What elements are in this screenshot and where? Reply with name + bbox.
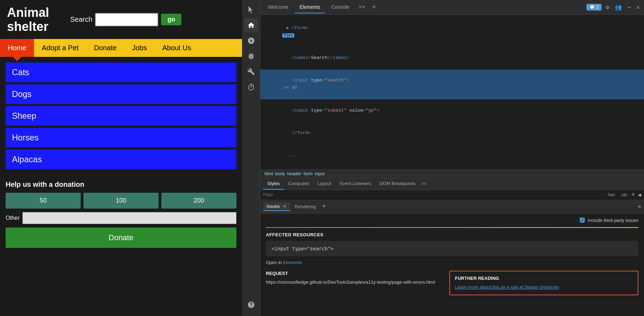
styles-tab-styles[interactable]: Styles: [263, 178, 284, 190]
tab-console[interactable]: Console: [326, 1, 354, 13]
timer-icon[interactable]: [244, 80, 258, 94]
tab-elements[interactable]: Elements: [295, 1, 325, 13]
issues-close-all-icon[interactable]: ✕: [638, 203, 641, 210]
code-snippet: <input type="search">: [266, 241, 638, 256]
code-text: <input type="search">: [271, 246, 334, 251]
animal-item-sheep[interactable]: Sheep: [6, 106, 236, 126]
more-options-icon[interactable]: ⋯: [626, 2, 632, 12]
open-in-elements: Open in Elements: [266, 260, 638, 265]
bug-icon[interactable]: [244, 49, 258, 63]
nav-item-donate[interactable]: Donate: [86, 39, 125, 57]
issues-tab-close-icon[interactable]: ✕: [283, 204, 287, 209]
search-go-button[interactable]: go: [161, 14, 181, 25]
cls-button[interactable]: .cls: [619, 192, 629, 198]
breadcrumb-header[interactable]: header: [287, 171, 301, 176]
breadcrumb: html body header form input: [260, 170, 644, 178]
other-label: Other: [6, 215, 20, 221]
html-line-form-close[interactable]: </form>: [260, 122, 644, 144]
animal-item-horses[interactable]: Horses: [6, 128, 236, 147]
styles-tab-event-listeners[interactable]: Event Listeners: [335, 178, 375, 190]
site-header: Animal shelter Search go: [0, 0, 242, 39]
filter-add-icon[interactable]: +: [631, 191, 635, 198]
animals-list: Cats Dogs Sheep Horses Alpacas: [6, 62, 236, 169]
filter-panel-icon[interactable]: ◀: [638, 191, 641, 198]
breadcrumb-form[interactable]: form: [303, 171, 313, 176]
profile-icon[interactable]: 👥: [613, 2, 623, 12]
amount-200-button[interactable]: 200: [161, 193, 236, 209]
further-reading-link[interactable]: Learn more about this ax e rule at Deque…: [455, 284, 633, 291]
animal-item-alpacas[interactable]: Alpacas: [6, 150, 236, 169]
html-line-form[interactable]: ▶ <form> flex: [260, 17, 644, 47]
issues-tab-add-icon[interactable]: +: [322, 203, 326, 210]
request-title: REQUEST: [266, 271, 444, 276]
bottom-section: REQUEST https://microsoftedge.github.io/…: [266, 271, 638, 296]
styles-tab-dom-breakpoints[interactable]: DOM Breakpoints: [375, 178, 420, 190]
tools-icon[interactable]: [244, 65, 258, 79]
nav-item-about[interactable]: About Us: [155, 39, 199, 57]
tab-plus-icon[interactable]: +: [369, 2, 379, 12]
html-line-input-submit[interactable]: <input type="submit" value="go">: [260, 99, 644, 122]
search-form: Search go: [70, 13, 181, 26]
breadcrumb-html[interactable]: html: [264, 171, 273, 176]
nav-item-adopt[interactable]: Adopt a Pet: [34, 39, 86, 57]
blue-divider: [266, 227, 638, 228]
styles-tab-more-icon[interactable]: >>: [421, 181, 427, 186]
donate-button[interactable]: Donate: [6, 228, 236, 248]
donation-title: Help us with a donation: [6, 180, 236, 189]
breadcrumb-body[interactable]: body: [275, 171, 285, 176]
request-url: https://microsoftedge.github.io/DevTools…: [266, 279, 444, 286]
open-in-text: Open in: [266, 260, 282, 265]
issues-badge[interactable]: 💬 7: [586, 4, 602, 11]
styles-filter-input[interactable]: [263, 192, 603, 197]
nav-item-jobs[interactable]: Jobs: [124, 39, 154, 57]
devtools-tabs: Welcome Elements Console >> + 💬 7 ⚙ 👥 ⋯ …: [260, 0, 644, 15]
further-reading-section: FURTHER READING Learn more about this ax…: [449, 271, 638, 296]
devtools-main: Welcome Elements Console >> + 💬 7 ⚙ 👥 ⋯ …: [260, 0, 644, 316]
other-input[interactable]: [22, 212, 236, 224]
close-devtools-icon[interactable]: ✕: [635, 2, 641, 12]
other-row: Other: [6, 212, 236, 224]
devtools-sidebar: [242, 0, 260, 316]
donation-amounts: 50 100 200: [6, 193, 236, 209]
animal-item-cats[interactable]: Cats: [6, 62, 236, 82]
rendering-tab[interactable]: Rendering: [291, 203, 320, 211]
home-icon[interactable]: [244, 18, 258, 32]
issues-tab-label: Issues: [267, 204, 280, 209]
question-icon[interactable]: [244, 298, 258, 312]
third-party-row: Include third-party issues: [266, 218, 638, 223]
issues-panel: Issues ✕ Rendering + ✕ Include third-par…: [260, 200, 644, 316]
third-party-label: Include third-party issues: [588, 218, 638, 223]
devtools-actions: 💬 7 ⚙ 👥 ⋯ ✕: [586, 2, 641, 12]
donation-section: Help us with a donation 50 100 200 Other…: [6, 180, 236, 248]
third-party-checkbox[interactable]: [580, 218, 585, 223]
tab-welcome[interactable]: Welcome: [263, 1, 293, 13]
further-reading-title: FURTHER READING: [455, 276, 633, 281]
styles-tab-layout[interactable]: Layout: [313, 178, 335, 190]
nav-bar: Home Adopt a Pet Donate Jobs About Us: [0, 39, 242, 57]
html-line-dots[interactable]: ...: [260, 145, 644, 167]
issues-content: Include third-party issues AFFECTED RESO…: [260, 213, 644, 316]
amount-100-button[interactable]: 100: [83, 193, 159, 209]
issues-tab[interactable]: Issues ✕: [263, 202, 290, 211]
search-input[interactable]: [95, 13, 158, 26]
inspect-icon[interactable]: [244, 34, 258, 48]
nav-item-home[interactable]: Home: [0, 39, 34, 57]
amount-50-button[interactable]: 50: [6, 193, 81, 209]
styles-tab-computed[interactable]: Computed: [284, 178, 313, 190]
html-view: ▶ <form> flex <label>Search</label> <inp…: [260, 15, 644, 170]
tab-more-icon[interactable]: >>: [356, 3, 368, 12]
html-line-input-search[interactable]: <input type="search"> == $0: [260, 70, 644, 99]
filter-row: :hov .cls + ◀: [260, 190, 644, 200]
cursor-icon[interactable]: [244, 3, 258, 17]
animal-item-dogs[interactable]: Dogs: [6, 84, 236, 104]
issues-tabs-row: Issues ✕ Rendering + ✕: [260, 200, 644, 213]
search-label: Search: [70, 15, 92, 24]
site-title: Animal shelter: [7, 6, 49, 33]
elements-link[interactable]: Elements: [283, 260, 302, 265]
html-line-label[interactable]: <label>Search</label>: [260, 47, 644, 69]
request-section: REQUEST https://microsoftedge.github.io/…: [266, 271, 444, 296]
styles-tabs: Styles Computed Layout Event Listeners D…: [260, 178, 644, 190]
settings-icon[interactable]: ⚙: [604, 2, 611, 12]
hov-button[interactable]: :hov: [606, 192, 617, 198]
breadcrumb-input[interactable]: input: [315, 171, 324, 176]
